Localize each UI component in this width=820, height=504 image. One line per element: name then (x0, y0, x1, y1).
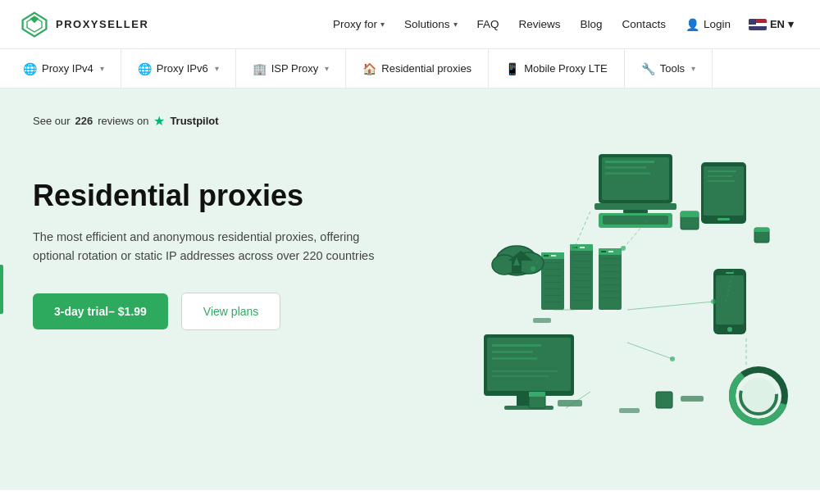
hero-title: Residential proxies (33, 178, 426, 213)
nav-residential-proxies[interactable]: 🏠 Residential proxies (346, 49, 489, 88)
svg-rect-24 (572, 293, 590, 294)
nav-proxy-ipv6[interactable]: 🌐 Proxy IPv6 ▾ (121, 49, 236, 88)
nav-faq[interactable]: FAQ (469, 13, 508, 35)
nav-contacts[interactable]: Contacts (614, 13, 674, 35)
left-indicator (0, 265, 3, 314)
chevron-down-icon: ▾ (788, 18, 794, 30)
user-icon: 👤 (686, 18, 699, 31)
svg-rect-3 (541, 252, 564, 310)
svg-rect-34 (601, 284, 619, 285)
svg-point-95 (670, 356, 675, 361)
svg-rect-29 (608, 251, 613, 252)
svg-rect-17 (580, 247, 585, 248)
svg-rect-38 (602, 157, 669, 200)
svg-rect-41 (605, 172, 650, 175)
nav-mobile-proxy[interactable]: 📱 Mobile Proxy LTE (489, 49, 625, 88)
chevron-down-icon: ▾ (325, 64, 329, 73)
secondary-navigation: 🌐 Proxy IPv4 ▾ 🌐 Proxy IPv6 ▾ 🏢 ISP Prox… (0, 49, 820, 89)
svg-rect-40 (605, 166, 646, 169)
chevron-down-icon: ▾ (453, 20, 458, 29)
hero-description: The most efficient and anonymous residen… (33, 228, 394, 266)
svg-rect-39 (605, 161, 654, 163)
svg-rect-99 (533, 318, 551, 323)
globe-icon: 🌐 (138, 62, 152, 75)
top-navigation: PROXYSELLER Proxy for ▾ Solutions ▾ FAQ … (0, 0, 820, 49)
trial-button[interactable]: 3-day trial– $1.99 (33, 293, 168, 329)
nav-blog[interactable]: Blog (572, 13, 611, 35)
svg-line-82 (574, 211, 590, 248)
svg-line-87 (627, 343, 672, 359)
svg-rect-76 (754, 228, 769, 232)
wrench-icon: 🔧 (641, 62, 655, 75)
svg-rect-33 (601, 278, 619, 279)
nav-tools[interactable]: 🔧 Tools ▾ (625, 49, 713, 88)
svg-rect-10 (544, 282, 562, 283)
svg-rect-6 (551, 255, 556, 257)
logo-icon (20, 10, 49, 39)
svg-rect-74 (681, 211, 699, 217)
svg-rect-8 (544, 269, 562, 270)
home-icon: 🏠 (362, 62, 376, 75)
svg-rect-51 (708, 180, 735, 182)
nav-proxy-for[interactable]: Proxy for ▾ (325, 13, 393, 35)
svg-marker-2 (30, 16, 39, 23)
language-selector[interactable]: EN ▾ (742, 13, 800, 35)
svg-rect-57 (492, 351, 533, 353)
nav-proxy-ipv4[interactable]: 🌐 Proxy IPv4 ▾ (20, 49, 121, 88)
hero-content: Residential proxies The most efficient a… (33, 178, 426, 330)
svg-rect-62 (716, 275, 744, 325)
svg-rect-77 (656, 392, 672, 408)
svg-point-92 (621, 246, 626, 251)
svg-rect-59 (492, 370, 558, 372)
main-nav-links: Proxy for ▾ Solutions ▾ FAQ Reviews Blog… (325, 13, 800, 36)
svg-rect-9 (544, 275, 562, 276)
phone-icon: 📱 (505, 62, 519, 75)
svg-rect-32 (601, 271, 619, 272)
svg-rect-50 (708, 175, 732, 177)
svg-rect-47 (704, 166, 744, 216)
svg-rect-56 (492, 344, 541, 347)
svg-rect-18 (572, 254, 590, 255)
svg-point-94 (711, 299, 716, 304)
logo[interactable]: PROXYSELLER (20, 10, 148, 39)
nav-reviews[interactable]: Reviews (511, 13, 569, 35)
svg-rect-60 (492, 375, 549, 377)
chevron-down-icon: ▾ (215, 64, 219, 73)
svg-line-86 (627, 302, 713, 310)
svg-rect-96 (558, 400, 582, 406)
svg-point-93 (531, 266, 535, 271)
svg-rect-42 (594, 203, 676, 210)
globe-icon: 🌐 (23, 62, 37, 75)
trustpilot-star-icon: ★ (153, 113, 165, 129)
view-plans-button[interactable]: View plans (181, 293, 280, 330)
flag-icon (749, 19, 767, 30)
svg-rect-12 (544, 295, 562, 296)
svg-rect-58 (492, 357, 537, 360)
isometric-svg (402, 105, 795, 465)
svg-rect-48 (718, 218, 730, 220)
svg-rect-35 (601, 291, 619, 292)
svg-rect-26 (599, 248, 622, 310)
chevron-down-icon: ▾ (691, 64, 695, 73)
hero-illustration (402, 105, 795, 482)
svg-rect-49 (708, 170, 736, 172)
hero-buttons: 3-day trial– $1.99 View plans (33, 293, 426, 330)
brand-name: PROXYSELLER (56, 18, 148, 30)
nav-isp-proxy[interactable]: 🏢 ISP Proxy ▾ (236, 49, 347, 88)
chevron-down-icon: ▾ (380, 20, 385, 29)
svg-rect-11 (544, 288, 562, 289)
svg-rect-23 (572, 287, 590, 288)
svg-point-91 (572, 246, 576, 251)
svg-rect-98 (681, 396, 704, 402)
svg-rect-43 (623, 210, 648, 213)
svg-rect-31 (601, 265, 619, 266)
svg-rect-30 (601, 258, 619, 259)
nav-solutions[interactable]: Solutions ▾ (396, 13, 466, 35)
svg-rect-28 (601, 251, 606, 252)
hero-section: See our 226 reviews on ★ Trustpilot Resi… (0, 89, 820, 490)
svg-rect-72 (529, 392, 545, 397)
svg-rect-25 (572, 300, 590, 301)
svg-rect-5 (544, 255, 549, 257)
svg-rect-97 (619, 408, 640, 413)
login-button[interactable]: 👤 Login (677, 13, 739, 36)
